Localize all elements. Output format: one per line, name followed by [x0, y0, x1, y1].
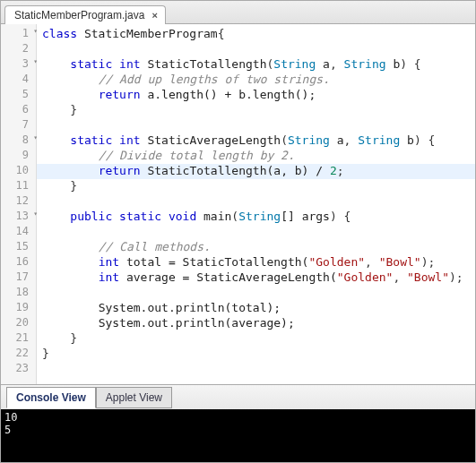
file-tab-label: StaticMemberProgram.java	[14, 9, 144, 21]
gutter-line: 4	[1, 73, 36, 88]
gutter-line: 15	[1, 240, 36, 255]
code-line: }	[37, 103, 475, 118]
editor-tab-bar: StaticMemberProgram.java ×	[1, 1, 475, 24]
file-tab[interactable]: StaticMemberProgram.java ×	[4, 5, 166, 24]
code-line: class StaticMemberProgram{	[37, 27, 475, 42]
gutter-line: 12	[1, 194, 36, 210]
code-area[interactable]: class StaticMemberProgram{ static int St…	[37, 24, 475, 384]
gutter-line: 19	[1, 301, 36, 316]
gutter-line: 2	[1, 42, 36, 57]
code-line: // Call methods.	[37, 240, 475, 255]
editor-area: 1 2 3 4 5 6 7 8 9 10 11 12 13 14 15 16 1…	[1, 24, 475, 384]
code-line: System.out.println(average);	[37, 316, 475, 331]
gutter-line: 21	[1, 331, 36, 347]
gutter-line[interactable]: 13	[1, 210, 36, 225]
tab-console-view[interactable]: Console View	[6, 387, 96, 408]
gutter-line: 22	[1, 347, 36, 362]
gutter-line: 9	[1, 149, 36, 164]
code-line: }	[37, 347, 475, 362]
code-line: System.out.println(total);	[37, 301, 475, 316]
code-line	[37, 118, 475, 133]
code-line: public static void main(String[] args) {	[37, 210, 475, 225]
code-line: return a.length() + b.length();	[37, 88, 475, 103]
code-line: static int StaticTotallength(String a, S…	[37, 57, 475, 73]
code-line	[37, 194, 475, 210]
code-line: int average = StaticAverageLength("Golde…	[37, 270, 475, 286]
code-line: // Divide total length by 2.	[37, 149, 475, 164]
code-line	[37, 42, 475, 57]
code-line	[37, 362, 475, 377]
code-line: }	[37, 179, 475, 194]
close-icon[interactable]: ×	[151, 10, 157, 21]
code-line	[37, 225, 475, 240]
gutter-line[interactable]: 1	[1, 27, 36, 42]
gutter-line: 6	[1, 103, 36, 118]
code-line: }	[37, 331, 475, 347]
gutter-line: 10	[1, 164, 36, 179]
code-line: // Add up lengths of two strings.	[37, 73, 475, 88]
code-line: static int StaticAverageLength(String a,…	[37, 133, 475, 149]
gutter-line: 23	[1, 362, 36, 377]
gutter-line[interactable]: 3	[1, 57, 36, 73]
output-tab-bar: Console View Applet View	[1, 384, 475, 409]
gutter-line: 16	[1, 255, 36, 270]
code-line	[37, 286, 475, 301]
console-output[interactable]: 10 5	[1, 409, 475, 463]
code-line: int total = StaticTotallength("Golden", …	[37, 255, 475, 270]
gutter-line: 14	[1, 225, 36, 240]
gutter-line: 18	[1, 286, 36, 301]
code-line-highlighted: return StaticTotallength(a, b) / 2;	[37, 164, 475, 179]
line-gutter: 1 2 3 4 5 6 7 8 9 10 11 12 13 14 15 16 1…	[1, 24, 37, 384]
gutter-line[interactable]: 8	[1, 133, 36, 149]
gutter-line: 20	[1, 316, 36, 331]
tab-applet-view[interactable]: Applet View	[96, 387, 172, 408]
gutter-line: 5	[1, 88, 36, 103]
gutter-line: 17	[1, 270, 36, 286]
gutter-line: 7	[1, 118, 36, 133]
gutter-line: 11	[1, 179, 36, 194]
